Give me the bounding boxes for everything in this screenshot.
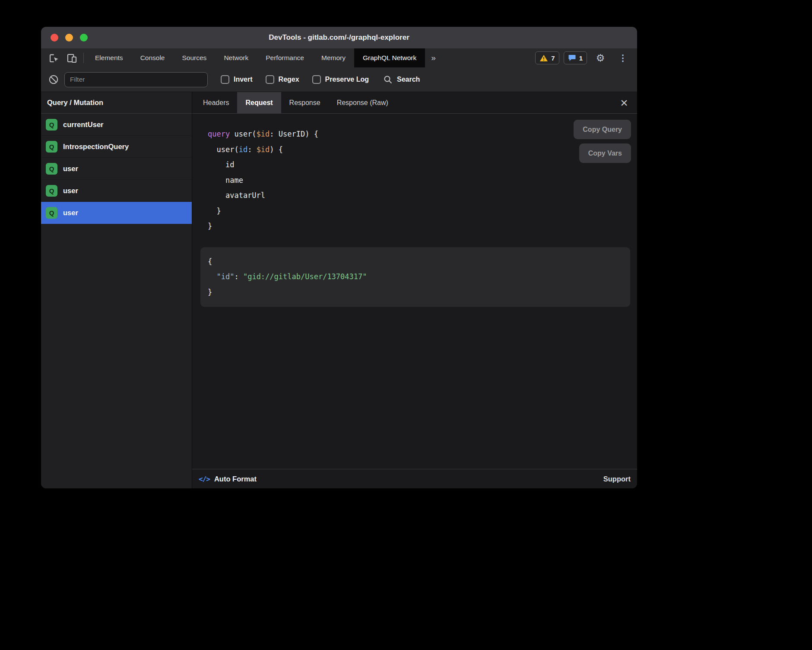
warning-count: 7 bbox=[551, 54, 555, 62]
tabbar-separator bbox=[83, 53, 84, 63]
sidebar-header: Query / Mutation bbox=[41, 92, 192, 114]
support-link[interactable]: Support bbox=[603, 475, 631, 483]
detail-tab-bar: HeadersRequestResponseResponse (Raw) × bbox=[192, 92, 637, 114]
clear-requests-button[interactable] bbox=[48, 74, 59, 85]
tabbar-right-controls: 7 1 ⚙ ⋮ bbox=[535, 48, 637, 67]
query-list-item[interactable]: QcurrentUser bbox=[41, 114, 192, 136]
search-control[interactable]: Search bbox=[383, 74, 420, 85]
regex-checkbox-label: Regex bbox=[279, 76, 299, 83]
close-panel-button[interactable]: × bbox=[616, 92, 632, 113]
invert-checkbox-label: Invert bbox=[234, 76, 253, 83]
copy-vars-button[interactable]: Copy Vars bbox=[579, 143, 631, 163]
devtools-window: DevTools - gitlab.com/-/graphql-explorer… bbox=[41, 27, 637, 488]
query-name: user bbox=[63, 209, 78, 217]
query-list: QcurrentUserQIntrospectionQueryQuserQuse… bbox=[41, 114, 192, 224]
tab-response-raw[interactable]: Response (Raw) bbox=[329, 92, 396, 113]
device-toolbar-button[interactable] bbox=[63, 48, 81, 67]
filter-input[interactable] bbox=[64, 72, 208, 87]
device-toolbar-icon bbox=[66, 52, 78, 64]
query-sidebar: Query / Mutation QcurrentUserQIntrospect… bbox=[41, 92, 192, 488]
devtools-tab-performance[interactable]: Performance bbox=[257, 48, 313, 67]
request-content: Copy Query Copy Vars query user($id: Use… bbox=[192, 114, 637, 469]
detail-tab-list: HeadersRequestResponseResponse (Raw) bbox=[195, 92, 396, 113]
query-name: currentUser bbox=[63, 121, 104, 129]
query-type-badge: Q bbox=[46, 119, 57, 131]
traffic-lights bbox=[51, 27, 88, 48]
regex-checkbox-group[interactable]: Regex bbox=[266, 75, 299, 84]
devtools-tab-elements[interactable]: Elements bbox=[86, 48, 132, 67]
filter-options: InvertRegexPreserve Log bbox=[208, 75, 369, 84]
message-bubble-icon bbox=[568, 54, 576, 62]
devtools-tab-list: ElementsConsoleSourcesNetworkPerformance… bbox=[86, 48, 425, 67]
inspect-cursor-icon bbox=[48, 52, 60, 64]
query-list-item[interactable]: QIntrospectionQuery bbox=[41, 136, 192, 158]
inspect-element-button[interactable] bbox=[44, 48, 63, 67]
search-icon bbox=[383, 74, 393, 85]
window-titlebar[interactable]: DevTools - gitlab.com/-/graphql-explorer bbox=[41, 27, 637, 48]
tab-headers[interactable]: Headers bbox=[195, 92, 237, 113]
auto-format-button[interactable]: </> Auto Format bbox=[199, 475, 257, 483]
kebab-menu-icon[interactable]: ⋮ bbox=[614, 54, 632, 62]
more-tabs-button[interactable]: » bbox=[425, 48, 442, 67]
block-icon bbox=[48, 74, 59, 85]
devtools-tab-console[interactable]: Console bbox=[132, 48, 174, 67]
query-name: user bbox=[63, 187, 78, 195]
preserve-log-checkbox-group[interactable]: Preserve Log bbox=[312, 75, 369, 84]
detail-panel: HeadersRequestResponseResponse (Raw) × C… bbox=[192, 92, 637, 488]
code-format-icon: </> bbox=[199, 475, 210, 483]
issue-count: 1 bbox=[579, 54, 583, 62]
network-toolbar: InvertRegexPreserve Log Search bbox=[41, 67, 637, 92]
query-type-badge: Q bbox=[46, 141, 57, 153]
issues-badge[interactable]: 1 bbox=[564, 51, 587, 64]
devtools-tab-sources[interactable]: Sources bbox=[174, 48, 216, 67]
query-list-item[interactable]: Quser bbox=[41, 202, 192, 224]
graphql-query-code: query user($id: UserID) { user(id: $id) … bbox=[192, 114, 637, 234]
invert-checkbox[interactable] bbox=[221, 75, 229, 84]
regex-checkbox[interactable] bbox=[266, 75, 274, 84]
tab-request[interactable]: Request bbox=[237, 92, 281, 113]
query-list-item[interactable]: Quser bbox=[41, 158, 192, 180]
devtools-tab-memory[interactable]: Memory bbox=[313, 48, 354, 67]
copy-query-button[interactable]: Copy Query bbox=[574, 120, 631, 139]
panel-footer: </> Auto Format Support bbox=[192, 469, 637, 488]
query-type-badge: Q bbox=[46, 163, 57, 175]
minimize-window-button[interactable] bbox=[65, 34, 73, 41]
query-name: user bbox=[63, 165, 78, 173]
warning-icon bbox=[539, 54, 548, 62]
graphql-variables-code: { "id": "gid://gitlab/User/13704317"} bbox=[208, 254, 622, 300]
preserve-log-checkbox[interactable] bbox=[312, 75, 321, 84]
variables-box: { "id": "gid://gitlab/User/13704317"} bbox=[200, 247, 630, 307]
devtools-tab-network[interactable]: Network bbox=[215, 48, 257, 67]
search-label: Search bbox=[397, 76, 420, 83]
preserve-log-checkbox-label: Preserve Log bbox=[325, 76, 369, 83]
window-title: DevTools - gitlab.com/-/graphql-explorer bbox=[41, 33, 637, 42]
auto-format-label: Auto Format bbox=[214, 475, 257, 483]
close-window-button[interactable] bbox=[51, 34, 58, 41]
zoom-window-button[interactable] bbox=[80, 34, 88, 41]
query-type-badge: Q bbox=[46, 185, 57, 197]
devtools-tab-graphql-network[interactable]: GraphQL Network bbox=[354, 48, 425, 67]
query-name: IntrospectionQuery bbox=[63, 143, 129, 151]
warnings-badge[interactable]: 7 bbox=[535, 51, 559, 64]
query-type-badge: Q bbox=[46, 207, 57, 219]
tab-response[interactable]: Response bbox=[281, 92, 329, 113]
invert-checkbox-group[interactable]: Invert bbox=[221, 75, 253, 84]
close-icon: × bbox=[620, 96, 628, 109]
main-split: Query / Mutation QcurrentUserQIntrospect… bbox=[41, 92, 637, 488]
query-list-item[interactable]: Quser bbox=[41, 180, 192, 202]
devtools-tab-bar: ElementsConsoleSourcesNetworkPerformance… bbox=[41, 48, 637, 67]
settings-gear-icon[interactable]: ⚙ bbox=[591, 53, 609, 63]
